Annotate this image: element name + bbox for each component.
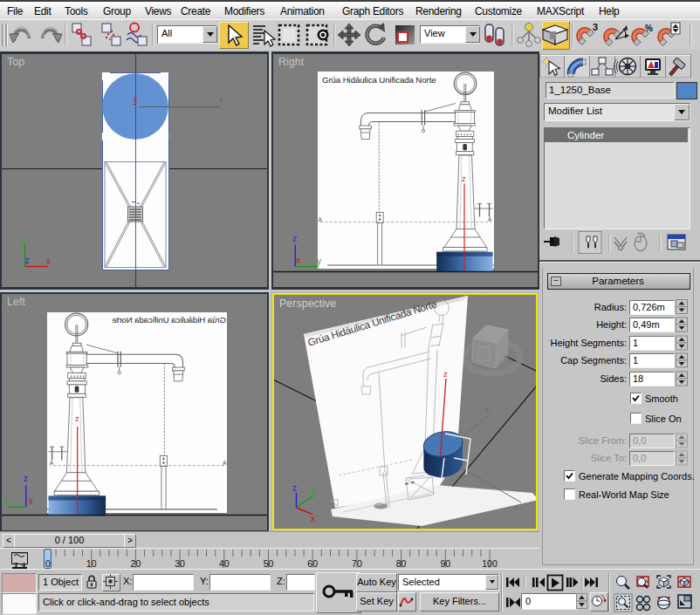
svg-text:x: x [46,256,51,266]
svg-text:70: 70 [352,558,362,569]
svg-text:z: z [25,256,30,265]
svg-text:y: y [317,256,321,266]
svg-text:Grúa Hidáulica Unificada Norte: Grúa Hidáulica Unificada Norte [322,75,436,85]
svg-text:z: z [24,474,28,483]
svg-text:40: 40 [219,558,230,569]
svg-text:3: 3 [593,22,598,32]
svg-text:90: 90 [440,558,450,569]
svg-text:x: x [296,256,300,265]
svg-text:80: 80 [396,558,407,569]
svg-text:y: y [22,235,26,244]
svg-text:z: z [75,413,79,423]
svg-text:y: y [3,496,8,506]
svg-text:100: 100 [482,558,498,569]
svg-text:30: 30 [175,558,185,569]
svg-text:z: z [134,94,138,104]
svg-text:%: % [645,24,653,33]
svg-text:10: 10 [86,558,97,569]
svg-text:x: x [29,496,33,506]
svg-text:60: 60 [307,558,318,569]
svg-text:Grúa Hidáulica Unificada Norte: Grúa Hidáulica Unificada Norte [112,315,226,325]
svg-text:z: z [292,234,297,243]
svg-text:Right: Right [278,56,305,68]
svg-text:z: z [462,174,466,183]
svg-text:20: 20 [131,558,141,569]
svg-text:Top: Top [7,56,24,68]
svg-text:Left: Left [7,296,25,308]
svg-text:x: x [219,95,223,104]
svg-text:50: 50 [264,558,274,569]
